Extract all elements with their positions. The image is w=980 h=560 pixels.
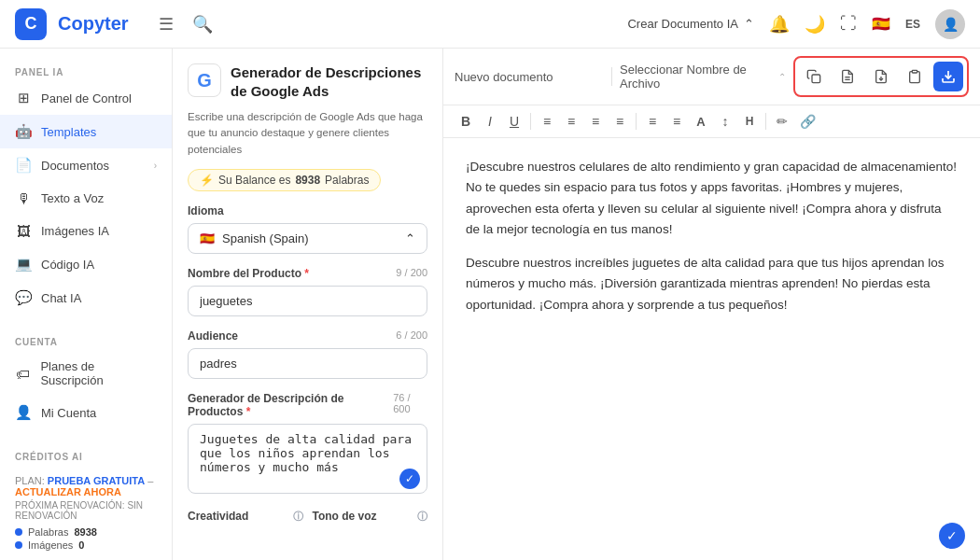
logo-text: Copyter	[58, 13, 129, 35]
audience-section: Audience 6 / 200	[188, 329, 427, 379]
desc-section: Generador de Descripción de Productos * …	[188, 392, 427, 497]
line-height-button[interactable]: ↕	[714, 111, 736, 132]
desc-textarea-wrapper: Juguetes de alta calidad para que los ni…	[188, 424, 427, 497]
align-center-button[interactable]: ≡	[560, 111, 582, 132]
imagenes-dot	[15, 541, 22, 549]
align-justify-button[interactable]: ≡	[609, 111, 631, 132]
file-export-button[interactable]	[866, 62, 896, 91]
sidebar-item-planes[interactable]: 🏷 Planes de Suscripción	[0, 351, 172, 396]
sidebar-label-templates: Templates	[41, 125, 96, 139]
code-icon: 💻	[15, 256, 32, 273]
sidebar-label-documentos: Documentos	[41, 159, 109, 173]
plan-separator: –	[147, 475, 153, 486]
sidebar-item-documentos[interactable]: 📄 Documentos ›	[0, 148, 172, 182]
editor-text: ¡Descubre nuestros celulares de alto ren…	[466, 157, 958, 315]
file-text-button[interactable]	[833, 62, 862, 91]
creatividad-section: Creatividad ⓘ	[188, 510, 303, 529]
editor-topbar: Seleccionar Nombre de Archivo ⌃	[443, 49, 980, 105]
chevron-up-icon: ⌃	[405, 231, 415, 245]
credits-imagenes-row: Imágenes 0	[15, 539, 157, 551]
search-icon[interactable]: 🔍	[189, 10, 217, 38]
link-button[interactable]: 🔗	[795, 111, 820, 132]
creatividad-label: Creatividad ⓘ	[188, 510, 303, 524]
palabras-label: Palabras	[28, 526, 68, 538]
form-panel: G Generador de Descripciones de Google A…	[173, 49, 443, 560]
creativity-tono-row: Creatividad ⓘ Tono de voz ⓘ	[188, 510, 427, 542]
mic-icon: 🎙	[15, 190, 32, 206]
balance-count: 8938	[295, 174, 320, 187]
creatividad-info-icon: ⓘ	[293, 510, 303, 524]
tono-label: Tono de voz ⓘ	[313, 510, 428, 524]
download-button[interactable]	[933, 62, 963, 91]
list-button[interactable]: ≡	[641, 111, 664, 132]
create-doc-button[interactable]: Crear Documento IA ⌃	[627, 17, 754, 31]
heading-button[interactable]: H	[738, 112, 761, 131]
idioma-select[interactable]: 🇪🇸 Spanish (Spain) ⌃	[188, 223, 427, 254]
bell-icon[interactable]: 🔔	[769, 14, 790, 35]
doc-icon: 📄	[15, 157, 32, 174]
balance-prefix: Su Balance es	[218, 174, 290, 187]
toolbar-icon-group	[793, 56, 969, 97]
renewal-label: PRÓXIMA RENOVACIÓN: SIN RENOVACIÓN	[15, 500, 157, 521]
audience-label: Audience 6 / 200	[188, 329, 427, 343]
nombre-label: Nombre del Producto * 9 / 200	[188, 267, 427, 280]
audience-input[interactable]	[188, 348, 427, 379]
sidebar-label-planes: Planes de Suscripción	[40, 359, 157, 387]
idioma-section: Idioma 🇪🇸 Spanish (Spain) ⌃	[188, 204, 427, 254]
sidebar-label-chat: Chat IA	[41, 291, 81, 305]
sidebar: PANEL IA ⊞ Panel de Control 🤖 Templates …	[0, 49, 173, 560]
sidebar-item-imagenes-ia[interactable]: 🖼 Imágenes IA	[0, 215, 172, 247]
font-color-button[interactable]: A	[690, 112, 712, 132]
idioma-label: Idioma	[188, 204, 427, 217]
cuenta-label: CUENTA	[0, 329, 172, 351]
check-icon: ✓	[399, 469, 420, 489]
sidebar-item-codigo-ia[interactable]: 💻 Código IA	[0, 247, 172, 281]
spanish-flag: 🇪🇸	[200, 231, 215, 245]
avatar[interactable]: 👤	[935, 9, 965, 39]
sidebar-label-codigo: Código IA	[41, 258, 94, 272]
sidebar-label-mi-cuenta: Mi Cuenta	[41, 406, 96, 420]
files-button[interactable]	[900, 62, 930, 91]
desc-textarea[interactable]: Juguetes de alta calidad para que los ni…	[188, 424, 427, 494]
bold-button[interactable]: B	[455, 111, 477, 132]
sidebar-label-imagenes: Imágenes IA	[41, 224, 109, 238]
doc-name-input[interactable]	[455, 70, 604, 84]
ordered-list-button[interactable]: ≡	[665, 111, 688, 132]
align-right-button[interactable]: ≡	[584, 111, 607, 132]
sidebar-item-mi-cuenta[interactable]: 👤 Mi Cuenta	[0, 396, 172, 429]
moon-icon[interactable]: 🌙	[805, 14, 825, 35]
italic-button[interactable]: I	[479, 111, 501, 132]
menu-icon[interactable]: ☰	[155, 10, 177, 38]
align-left-button[interactable]: ≡	[536, 111, 558, 132]
file-name-area[interactable]: Seleccionar Nombre de Archivo ⌃	[620, 63, 786, 91]
expand-icon[interactable]: ⛶	[840, 14, 857, 34]
editor-content[interactable]: ¡Descubre nuestros celulares de alto ren…	[443, 138, 980, 560]
chevron-up-icon: ⌃	[744, 17, 754, 31]
paragraph-1: ¡Descubre nuestros celulares de alto ren…	[466, 157, 958, 240]
plan-free-link[interactable]: PRUEBA GRATUITA	[48, 475, 145, 486]
sidebar-item-chat-ia[interactable]: 💬 Chat IA	[0, 281, 172, 315]
file-chevron-icon: ⌃	[778, 72, 786, 82]
sidebar-item-templates[interactable]: 🤖 Templates	[0, 115, 172, 148]
draw-button[interactable]: ✏	[771, 111, 793, 132]
credits-section: PLAN: PRUEBA GRATUITA – ACTUALIZAR AHORA…	[0, 466, 172, 560]
tono-section: Tono de voz ⓘ	[313, 510, 428, 529]
imagenes-count: 0	[78, 539, 84, 551]
sidebar-item-panel-control[interactable]: ⊞ Panel de Control	[0, 81, 172, 115]
grid-icon: ⊞	[15, 90, 32, 106]
imagenes-label: Imágenes	[28, 539, 73, 551]
plan-update-link[interactable]: ACTUALIZAR AHORA	[15, 486, 121, 497]
tool-icon: G	[188, 63, 221, 97]
desc-char-count: 76 / 600	[393, 392, 427, 418]
paragraph-2: Descubre nuestros increíbles juguetes de…	[466, 253, 958, 315]
svg-rect-4	[912, 70, 917, 73]
language-flag[interactable]: 🇪🇸	[872, 15, 890, 33]
creditos-label: CRÉDITOS AI	[0, 444, 172, 466]
topnav: C Copyter ☰ 🔍 Crear Documento IA ⌃ 🔔 🌙 ⛶…	[0, 0, 980, 49]
chat-icon: 💬	[15, 289, 32, 306]
sidebar-item-texto-a-voz[interactable]: 🎙 Texto a Voz	[0, 182, 172, 215]
copy-doc-button[interactable]	[799, 62, 829, 91]
panel-ia-label: PANEL IA	[0, 60, 172, 81]
nombre-input[interactable]	[188, 286, 427, 316]
underline-button[interactable]: U	[503, 111, 525, 132]
